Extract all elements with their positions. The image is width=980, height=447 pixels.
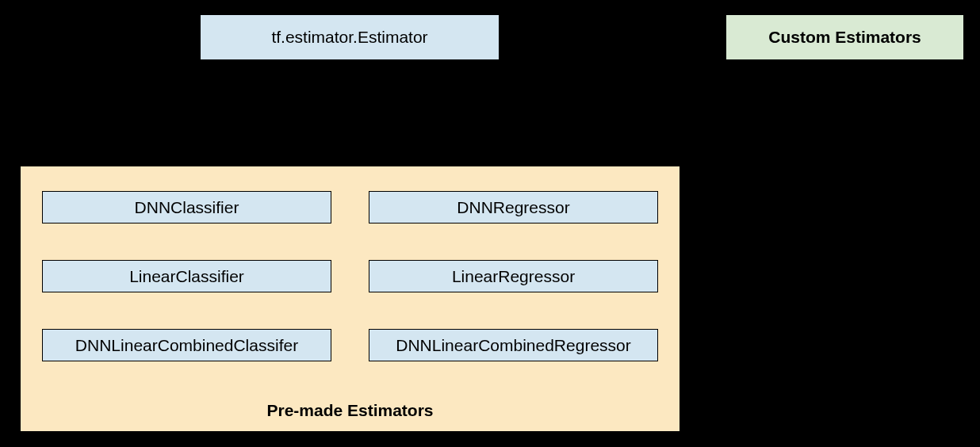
root-estimator-label: tf.estimator.Estimator — [271, 28, 427, 47]
dnn-linear-combined-regressor-box: DNNLinearCombinedRegressor — [369, 329, 658, 361]
dnn-linear-combined-classifier-label: DNNLinearCombinedClassifer — [75, 336, 298, 355]
premade-row: DNNClassifier DNNRegressor — [42, 191, 659, 224]
dnn-regressor-box: DNNRegressor — [369, 191, 658, 224]
premade-grid: DNNClassifier DNNRegressor LinearClassif… — [42, 191, 659, 398]
linear-classifier-label: LinearClassifier — [129, 267, 244, 286]
premade-row: DNNLinearCombinedClassifer DNNLinearComb… — [42, 329, 659, 361]
root-estimator-box: tf.estimator.Estimator — [200, 14, 500, 60]
dnn-regressor-label: DNNRegressor — [457, 198, 569, 217]
linear-regressor-label: LinearRegressor — [452, 267, 575, 286]
custom-estimators-label: Custom Estimators — [768, 28, 921, 47]
dnn-linear-combined-classifier-box: DNNLinearCombinedClassifer — [42, 329, 331, 361]
premade-row: LinearClassifier LinearRegressor — [42, 260, 659, 292]
dnn-classifier-label: DNNClassifier — [135, 198, 239, 217]
linear-regressor-box: LinearRegressor — [369, 260, 658, 292]
premade-title: Pre-made Estimators — [21, 401, 679, 420]
custom-estimators-box: Custom Estimators — [725, 14, 964, 60]
premade-container: DNNClassifier DNNRegressor LinearClassif… — [20, 166, 680, 432]
dnn-linear-combined-regressor-label: DNNLinearCombinedRegressor — [396, 336, 630, 355]
dnn-classifier-box: DNNClassifier — [42, 191, 331, 224]
linear-classifier-box: LinearClassifier — [42, 260, 331, 292]
